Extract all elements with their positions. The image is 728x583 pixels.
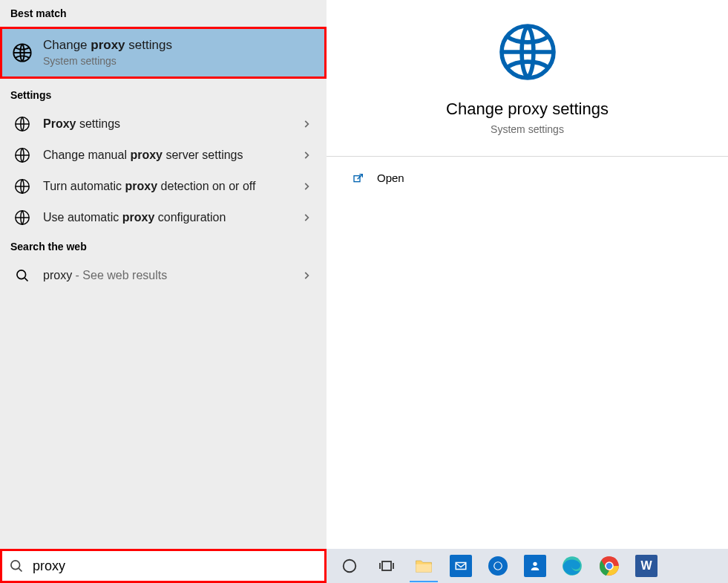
detail-panel: Change proxy settings System settings Op…	[327, 0, 728, 549]
folder-icon	[413, 555, 435, 577]
result-settings-auto-config[interactable]: Use automatic proxy configuration	[0, 202, 327, 233]
open-icon	[352, 172, 365, 184]
open-label: Open	[377, 172, 404, 184]
chevron-right-icon	[301, 150, 315, 160]
svg-rect-7	[354, 175, 360, 181]
globe-icon	[12, 42, 33, 64]
taskbar-apps: W	[327, 549, 728, 583]
svg-point-14	[533, 562, 537, 566]
svg-point-8	[11, 561, 20, 570]
best-match-subtitle: System settings	[43, 54, 315, 68]
result-label: Use automatic proxy configuration	[43, 209, 291, 226]
svg-rect-11	[416, 564, 432, 573]
search-icon	[12, 268, 33, 283]
chrome-icon	[598, 555, 620, 577]
search-icon	[9, 558, 24, 573]
section-header-settings: Settings	[0, 79, 327, 108]
globe-icon	[12, 147, 33, 163]
taskbar-app-edge[interactable]	[554, 549, 591, 583]
taskbar-app-word[interactable]: W	[628, 549, 665, 583]
section-header-web: Search the web	[0, 233, 327, 260]
result-settings-manual-proxy[interactable]: Change manual proxy server settings	[0, 140, 327, 171]
taskbar-app-cortana[interactable]	[331, 549, 368, 583]
person-icon	[524, 555, 546, 577]
result-settings-auto-detect[interactable]: Turn automatic proxy detection on or off	[0, 171, 327, 202]
detail-title: Change proxy settings	[327, 100, 728, 119]
result-settings-proxy-settings[interactable]: Proxy settings	[0, 108, 327, 140]
section-header-best-match: Best match	[0, 0, 327, 27]
search-input[interactable]	[31, 558, 318, 575]
svg-point-18	[606, 563, 612, 569]
chevron-right-icon	[301, 212, 315, 223]
result-label: Change manual proxy server settings	[43, 147, 291, 163]
result-label: proxy - See web results	[43, 267, 291, 284]
svg-point-13	[494, 562, 502, 570]
svg-rect-10	[382, 561, 391, 570]
open-action[interactable]: Open	[352, 172, 703, 184]
word-icon: W	[635, 555, 658, 577]
result-best-match[interactable]: Change proxy settings System settings	[0, 27, 327, 79]
taskbar-app-file-explorer[interactable]	[405, 549, 442, 583]
globe-icon	[496, 21, 559, 83]
chevron-right-icon	[301, 270, 315, 281]
chevron-right-icon	[301, 181, 315, 192]
taskbar-app-chrome[interactable]	[591, 549, 628, 583]
edge-icon	[561, 555, 583, 577]
detail-subtitle: System settings	[327, 123, 728, 135]
globe-icon	[12, 178, 33, 195]
taskbar-app-mail[interactable]	[442, 549, 479, 583]
globe-icon	[12, 209, 33, 226]
taskbar: W	[0, 549, 728, 583]
search-results-panel: Best match Change proxy settings	[0, 0, 327, 549]
result-label: Proxy settings	[43, 116, 291, 132]
taskbar-app-dell[interactable]	[479, 549, 517, 583]
taskbar-app-task-view[interactable]	[368, 549, 405, 583]
svg-point-9	[344, 560, 356, 573]
svg-rect-12	[456, 563, 466, 570]
search-box[interactable]	[0, 549, 327, 583]
circle-icon	[488, 556, 508, 576]
best-match-title: Change proxy settings	[43, 37, 315, 54]
globe-icon	[12, 116, 33, 132]
svg-point-5	[17, 270, 26, 279]
detail-header: Change proxy settings System settings	[327, 0, 728, 157]
taskbar-app-contacts[interactable]	[517, 549, 554, 583]
result-label: Turn automatic proxy detection on or off	[43, 178, 291, 195]
result-web-search[interactable]: proxy - See web results	[0, 260, 327, 291]
chevron-right-icon	[301, 119, 315, 129]
mail-icon	[450, 555, 472, 577]
